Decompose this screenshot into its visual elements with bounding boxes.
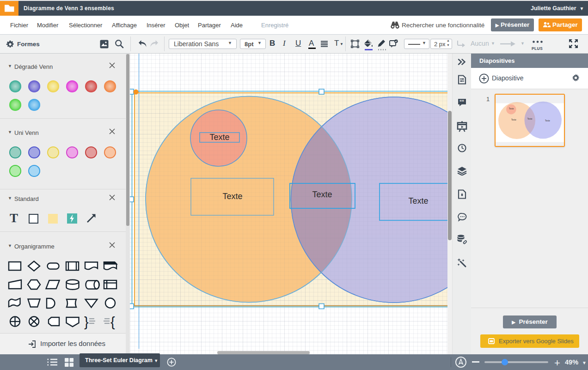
svg-text:Texte: Texte bbox=[527, 118, 533, 120]
svg-text:Texte: Texte bbox=[312, 190, 332, 199]
svg-text:}: } bbox=[84, 315, 89, 329]
svg-text:““: ““ bbox=[459, 99, 464, 104]
svg-text:{: { bbox=[110, 315, 115, 329]
svg-text:Texte: Texte bbox=[509, 108, 514, 110]
svg-text:Texte: Texte bbox=[209, 133, 229, 142]
svg-text:Texte: Texte bbox=[222, 192, 242, 201]
svg-text:Texte: Texte bbox=[408, 196, 428, 206]
svg-text:Texte: Texte bbox=[511, 119, 516, 121]
svg-text:Texte: Texte bbox=[545, 120, 550, 122]
